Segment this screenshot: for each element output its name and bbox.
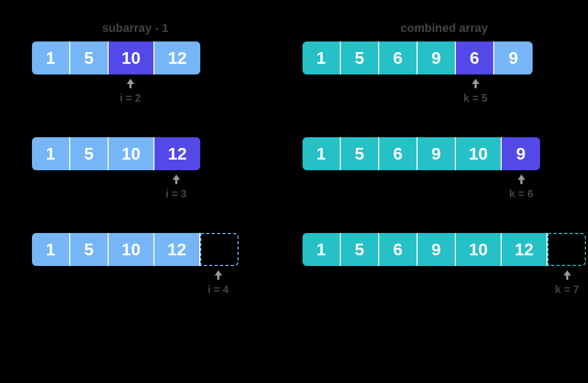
array-cell: 5 <box>341 233 379 266</box>
array-cell: 9 <box>502 137 540 170</box>
array-cell: 5 <box>70 233 109 266</box>
arrow-up-icon <box>172 173 181 187</box>
array: 15691012 <box>303 233 586 266</box>
array-cell: 5 <box>341 137 379 170</box>
array-cell: 5 <box>70 137 109 170</box>
pointer: i = 2 <box>120 78 141 104</box>
pointer-label: i = 2 <box>120 92 141 104</box>
left-column: subarray - 1 151012i = 2151012i = 315101… <box>32 21 239 296</box>
pointer-wrap: k = 6 <box>303 173 586 200</box>
pointer: k = 7 <box>555 269 579 296</box>
left-row: 151012i = 2 <box>32 41 239 104</box>
pointer-wrap: i = 2 <box>32 78 239 104</box>
pointer: i = 3 <box>166 173 186 200</box>
array-cell <box>200 233 239 266</box>
array-cell: 1 <box>32 41 70 74</box>
arrow-up-icon <box>517 173 526 187</box>
array-cell: 5 <box>70 41 109 74</box>
array-cell: 1 <box>32 137 70 170</box>
array-cell: 6 <box>379 233 418 266</box>
array-cell: 12 <box>154 233 200 266</box>
array-cell: 10 <box>109 233 154 266</box>
right-row: 1569109k = 6 <box>303 137 586 200</box>
array-cell: 1 <box>32 233 70 266</box>
left-row: 151012i = 3 <box>32 137 239 200</box>
array-cell: 6 <box>379 137 418 170</box>
array-cell: 12 <box>502 233 548 266</box>
arrow-up-icon <box>471 78 480 91</box>
array-cell <box>548 233 586 266</box>
array-cell: 10 <box>109 41 154 74</box>
array: 156969 <box>303 41 586 74</box>
array-cell: 6 <box>379 41 418 74</box>
arrow-up-icon <box>562 269 572 282</box>
pointer-wrap: k = 5 <box>303 78 586 104</box>
arrow-up-icon <box>214 269 223 282</box>
pointer-label: k = 6 <box>509 188 533 200</box>
pointer-label: i = 3 <box>166 188 186 200</box>
arrow-up-icon <box>126 78 135 91</box>
pointer-wrap: i = 3 <box>32 173 239 200</box>
array-cell: 10 <box>109 137 154 170</box>
array-cell: 10 <box>456 233 502 266</box>
right-column: combined array 156969k = 51569109k = 615… <box>303 21 586 296</box>
array: 151012 <box>32 41 239 74</box>
array-cell: 9 <box>494 41 533 74</box>
array-cell: 1 <box>303 137 341 170</box>
pointer-label: k = 5 <box>463 92 487 104</box>
right-row: 15691012k = 7 <box>303 233 586 296</box>
array: 151012 <box>32 137 239 170</box>
array-cell: 1 <box>303 41 341 74</box>
array-cell: 10 <box>456 137 502 170</box>
pointer-label: k = 7 <box>555 284 579 296</box>
array-cell: 5 <box>341 41 379 74</box>
pointer: i = 4 <box>208 269 228 296</box>
right-row: 156969k = 5 <box>303 41 586 104</box>
array-cell: 9 <box>418 137 456 170</box>
left-heading: subarray - 1 <box>32 21 239 35</box>
pointer-wrap: i = 4 <box>32 269 239 296</box>
array-cell: 9 <box>418 41 456 74</box>
array-cell: 9 <box>418 233 456 266</box>
pointer: k = 5 <box>463 78 487 104</box>
diagram-root: subarray - 1 151012i = 2151012i = 315101… <box>32 21 556 296</box>
array-cell: 1 <box>303 233 341 266</box>
pointer-label: i = 4 <box>208 284 228 296</box>
array: 151012 <box>32 233 239 266</box>
right-heading: combined array <box>303 21 586 35</box>
pointer: k = 6 <box>509 173 533 200</box>
pointer-wrap: k = 7 <box>303 269 586 296</box>
left-row: 151012i = 4 <box>32 233 239 296</box>
array-cell: 12 <box>154 137 200 170</box>
array-cell: 12 <box>154 41 200 74</box>
array-cell: 6 <box>456 41 494 74</box>
array: 1569109 <box>303 137 586 170</box>
